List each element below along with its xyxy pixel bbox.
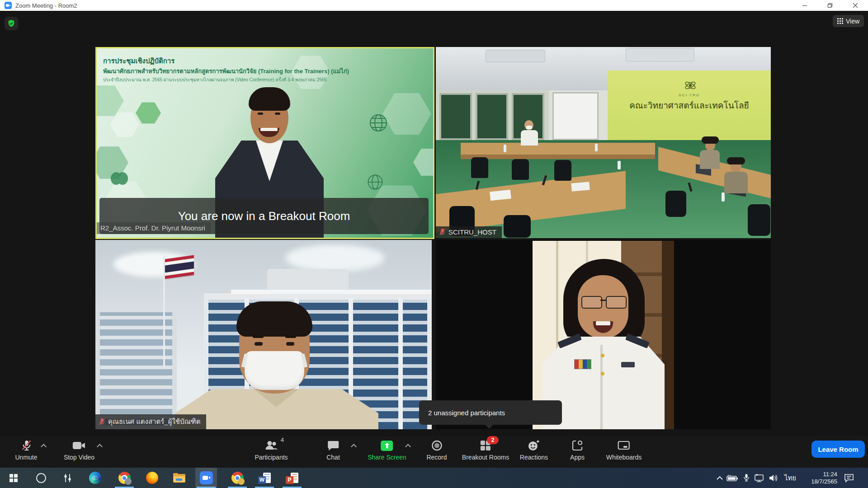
window-titlebar: Zoom Meeting - Room2 — [0, 0, 868, 11]
reactions-button[interactable]: Reactions — [520, 439, 548, 461]
video-options-chevron[interactable] — [98, 443, 102, 447]
share-screen-label: Share Screen — [368, 454, 406, 461]
share-screen-button[interactable]: Share Screen — [368, 439, 406, 461]
video-grid: การประชุมเชิงปฏิบัติการ พัฒนาศักยภาพสำหร… — [95, 47, 771, 429]
meeting-area: View — [0, 11, 868, 468]
taskbar-file-explorer[interactable] — [168, 468, 190, 488]
stop-video-button[interactable]: Stop Video — [64, 439, 94, 461]
chrome-profile-badge — [125, 478, 132, 485]
tray-language[interactable]: ไทย — [781, 468, 799, 488]
record-label: Record — [426, 454, 447, 461]
video-tile-host[interactable]: SCI-TRU คณะวิทยาศาสตร์และเทคโนโลยี — [436, 47, 771, 238]
minimize-button[interactable] — [792, 0, 817, 11]
participants-button[interactable]: 4 Participants — [255, 439, 288, 461]
whiteboards-label: Whiteboards — [606, 454, 642, 461]
reactions-label: Reactions — [520, 454, 548, 461]
chat-icon — [327, 440, 339, 451]
close-button[interactable] — [843, 0, 868, 11]
edge-icon — [89, 472, 101, 484]
globe-icon — [368, 113, 389, 133]
chevron-up-icon — [717, 476, 723, 480]
unmute-label: Unmute — [15, 454, 37, 461]
notification-icon — [844, 474, 854, 483]
tooltip-text: 2 unassigned participants — [428, 409, 505, 417]
tray-display[interactable] — [752, 468, 766, 488]
wall-text: คณะวิทยาศาสตร์และเทคโนโลยี — [608, 99, 771, 112]
breakout-rooms-button[interactable]: 2 Breakout Rooms — [462, 439, 509, 461]
leave-room-button[interactable]: Leave Room — [811, 441, 865, 458]
chat-button[interactable]: Chat — [326, 439, 340, 461]
meeting-toolbar: Unmute Stop Video 4 Participants — [0, 436, 868, 468]
taskbar-chrome-2[interactable] — [226, 468, 248, 488]
ceiling-vent — [486, 50, 545, 62]
cortana-icon — [36, 473, 46, 483]
unassigned-participants-tooltip: 2 unassigned participants — [419, 400, 562, 425]
participants-label: Participants — [255, 454, 288, 461]
video-tile-speaker[interactable]: การประชุมเชิงปฏิบัติการ พัฒนาศักยภาพสำหร… — [95, 47, 434, 239]
whiteboards-icon — [618, 440, 630, 451]
security-shield-icon[interactable] — [5, 17, 18, 30]
breakout-rooms-badge: 2 — [487, 436, 499, 444]
breakout-banner-text: You are now in a Breakout Room — [178, 209, 350, 223]
tray-volume[interactable] — [767, 468, 780, 488]
windows-logo-icon — [9, 474, 18, 482]
taskbar-word[interactable]: W — [254, 468, 275, 488]
participant-name-tag: คุณธเนศ แตงสาตร์_ผู้ใช้บัณฑิต — [95, 414, 206, 429]
chat-options-chevron[interactable] — [352, 443, 356, 447]
chrome-icon — [118, 472, 131, 484]
apps-button[interactable]: Apps — [570, 439, 585, 461]
meeting-table-edge — [461, 155, 655, 159]
video-tile-guest[interactable]: คุณธเนศ แตงสาตร์_ผู้ใช้บัณฑิต — [95, 240, 432, 429]
word-icon: W — [258, 472, 271, 484]
language-label: ไทย — [784, 473, 796, 483]
apps-icon — [571, 440, 583, 451]
ribbon-bar — [574, 359, 591, 369]
tray-date: 18/7/2565 — [811, 478, 837, 485]
tray-battery[interactable] — [725, 468, 740, 488]
tray-action-center[interactable] — [840, 468, 858, 488]
projection-screen — [552, 92, 599, 140]
participant-name: R2_Assoc. Prof. Dr. Piyrut Moonsri — [100, 224, 205, 232]
tray-microphone[interactable] — [741, 468, 752, 488]
firefox-icon — [146, 472, 158, 484]
tray-expand-chevron[interactable] — [713, 468, 726, 488]
slide-title-line2: พัฒนาศักยภาพสำหรับวิทยากรตามหลักสูตรการพ… — [103, 66, 356, 76]
taskbar-zoom-active[interactable] — [195, 468, 217, 488]
taskbar-powerpoint[interactable]: P — [281, 468, 303, 488]
task-view-button[interactable] — [57, 468, 79, 488]
breakout-rooms-label: Breakout Rooms — [462, 454, 509, 461]
taskbar-edge[interactable] — [84, 468, 106, 488]
audio-options-chevron[interactable] — [42, 443, 46, 447]
battery-icon — [726, 474, 738, 482]
display-icon — [754, 474, 764, 482]
muted-mic-icon — [439, 228, 445, 236]
view-button[interactable]: View — [833, 15, 864, 27]
taskbar-firefox[interactable] — [141, 468, 163, 488]
brain-icon — [109, 169, 129, 188]
tray-clock[interactable]: 11:24 18/7/2565 — [799, 468, 837, 488]
share-options-chevron[interactable] — [406, 443, 410, 447]
ceiling-vent — [626, 48, 694, 61]
reactions-icon — [528, 440, 540, 451]
thai-flag — [165, 255, 194, 279]
apps-label: Apps — [570, 454, 585, 461]
record-button[interactable]: Record — [426, 439, 447, 461]
view-label: View — [846, 18, 859, 25]
face-mask — [245, 351, 304, 390]
wall-logo-text: SCI-TRU — [608, 93, 771, 97]
file-explorer-icon — [173, 473, 185, 483]
leave-room-label: Leave Room — [818, 446, 858, 453]
screen: Zoom Meeting - Room2 View — [0, 0, 868, 488]
cortana-button[interactable] — [30, 468, 52, 488]
chrome-icon — [231, 472, 244, 484]
window-controls — [792, 0, 868, 11]
restore-button[interactable] — [817, 0, 843, 11]
taskbar-chrome[interactable] — [113, 468, 135, 488]
slide-title-line3: ประจำปีงบประมาณ พ.ศ. 2565 ผ่านระบบประชุม… — [103, 76, 356, 83]
start-button[interactable] — [3, 468, 24, 488]
video-camera-icon — [72, 441, 86, 450]
whiteboards-button[interactable]: Whiteboards — [606, 439, 642, 461]
unmute-button[interactable]: Unmute — [15, 439, 37, 461]
windows-taskbar: W P ไทย 11:24 18/7/2565 — [0, 468, 868, 488]
participant-name: คุณธเนศ แตงสาตร์_ผู้ใช้บัณฑิต — [108, 416, 201, 427]
